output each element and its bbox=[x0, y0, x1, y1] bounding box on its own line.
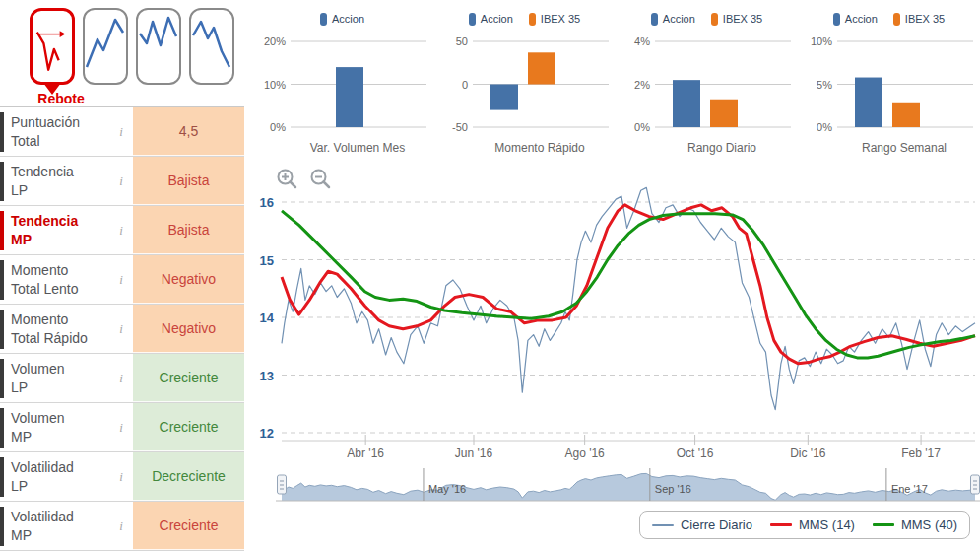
legend-item-cierre-diario[interactable]: Cierre Diario bbox=[652, 517, 752, 532]
indicator-row-left: VolumenMPi bbox=[0, 403, 133, 451]
bar-accion bbox=[490, 85, 518, 110]
pattern-selector: Rebote bbox=[30, 6, 246, 106]
zoom-in-icon bbox=[276, 168, 299, 191]
bar-ibex-35 bbox=[710, 100, 738, 127]
indicator-row-left: VolatilidadMPi bbox=[0, 502, 133, 550]
mini-y-tick: -50 bbox=[452, 121, 468, 133]
pattern-thumb-rebote[interactable] bbox=[30, 8, 75, 85]
legend-label: Accion bbox=[481, 13, 513, 25]
info-icon[interactable]: i bbox=[109, 469, 133, 485]
legend-item-accion[interactable]: Accion bbox=[320, 13, 364, 26]
navigator-left-handle[interactable] bbox=[278, 475, 287, 494]
info-icon[interactable]: i bbox=[109, 371, 133, 386]
indicator-row-left: VolatilidadLPi bbox=[0, 452, 133, 501]
indicator-value: Creciente bbox=[133, 403, 244, 451]
legend-item-mms-14[interactable]: MMS (14) bbox=[770, 517, 855, 532]
mini-chart-rango-diario: AccionIBEX 354%2%0%Rango Diario bbox=[616, 0, 798, 156]
x-axis-tick: Abr '16 bbox=[347, 447, 384, 460]
indicator-label: MomentoTotal Lento bbox=[4, 261, 109, 297]
indicator-row-momento-total-lento[interactable]: MomentoTotal LentoiNegativo bbox=[0, 255, 244, 305]
zoom-out-button[interactable] bbox=[309, 168, 333, 191]
legend-label: Accion bbox=[845, 13, 878, 25]
mini-y-tick: 10% bbox=[264, 79, 286, 91]
mini-y-tick: 20% bbox=[264, 35, 286, 47]
zoom-controls bbox=[276, 168, 333, 191]
indicator-value: Negativo bbox=[133, 305, 244, 353]
mini-y-tick: 5% bbox=[817, 79, 832, 91]
legend-item-accion[interactable]: Accion bbox=[651, 13, 695, 26]
indicator-label: MomentoTotal Rápido bbox=[4, 310, 109, 346]
info-icon[interactable]: i bbox=[109, 272, 133, 288]
mini-chart-title: Var. Volumen Mes bbox=[310, 141, 406, 155]
mini-chart-rango-semanal: AccionIBEX 3510%5%0%Rango Semanal bbox=[798, 0, 980, 156]
legend-label: IBEX 35 bbox=[541, 13, 580, 25]
indicator-row-volumen-mp[interactable]: VolumenMPiCreciente bbox=[0, 403, 244, 452]
bar-ibex-35 bbox=[528, 52, 555, 84]
legend-label: IBEX 35 bbox=[723, 13, 762, 25]
legend-item-mms-40[interactable]: MMS (40) bbox=[873, 517, 957, 532]
y-axis-tick: 13 bbox=[260, 369, 274, 383]
legend-line-swatch bbox=[770, 523, 792, 526]
legend-label: MMS (14) bbox=[799, 517, 855, 532]
price-chart-plot[interactable]: 1615141312Abr '16Jun '16Ago '16Oct '16Di… bbox=[246, 158, 980, 508]
legend-label: MMS (40) bbox=[901, 517, 957, 532]
legend-marker bbox=[893, 13, 900, 26]
indicator-row-momento-total-ra-pido[interactable]: MomentoTotal RápidoiNegativo bbox=[0, 305, 244, 354]
zoom-in-button[interactable] bbox=[276, 168, 299, 191]
indicator-value: Creciente bbox=[133, 502, 244, 550]
uptrend-pattern-icon bbox=[85, 10, 126, 83]
mini-y-tick: 0% bbox=[817, 121, 832, 133]
rebote-pattern-icon bbox=[33, 11, 72, 82]
mini-y-tick: 0% bbox=[270, 121, 286, 133]
indicator-table: PuntuaciónTotali4,5TendenciaLPiBajistaTe… bbox=[0, 106, 244, 551]
indicator-row-puntuacio-n-total[interactable]: PuntuaciónTotali4,5 bbox=[0, 107, 244, 157]
info-icon[interactable]: i bbox=[109, 124, 133, 140]
indicator-value: Bajista bbox=[133, 157, 244, 205]
legend-label: Accion bbox=[332, 13, 364, 25]
indicator-row-volumen-lp[interactable]: VolumenLPiCreciente bbox=[0, 354, 244, 403]
x-axis-tick: Oct '16 bbox=[677, 447, 714, 460]
indicator-row-tendencia-lp[interactable]: TendenciaLPiBajista bbox=[0, 157, 244, 206]
mini-chart-title: Rango Semanal bbox=[862, 141, 947, 155]
zoom-out-icon bbox=[309, 168, 333, 191]
indicator-row-tendencia-mp[interactable]: TendenciaMPiBajista bbox=[0, 206, 244, 255]
navigator-label: Sep '16 bbox=[655, 483, 691, 495]
indicator-row-volatilidad-mp[interactable]: VolatilidadMPiCreciente bbox=[0, 502, 244, 551]
pattern-thumb-3[interactable] bbox=[136, 8, 181, 85]
navigator-right-handle[interactable] bbox=[971, 475, 980, 494]
indicator-label: VolatilidadMP bbox=[4, 508, 109, 543]
mini-chart-plot: 500-50Momento Rápido bbox=[433, 32, 616, 162]
info-icon[interactable]: i bbox=[109, 321, 133, 337]
legend-marker bbox=[320, 13, 327, 26]
legend-item-ibex-35[interactable]: IBEX 35 bbox=[893, 13, 945, 26]
mini-chart-momento-ra-pido: AccionIBEX 35500-50Momento Rápido bbox=[433, 0, 616, 156]
mini-chart-title: Rango Diario bbox=[687, 141, 756, 155]
indicator-row-left: MomentoTotal Rápidoi bbox=[0, 305, 133, 353]
info-icon[interactable]: i bbox=[109, 518, 133, 534]
x-axis-tick: Jun '16 bbox=[455, 447, 493, 460]
mini-chart-title: Momento Rápido bbox=[494, 141, 585, 155]
info-icon[interactable]: i bbox=[109, 173, 133, 189]
stock-analysis-dashboard: Rebote PuntuaciónTotali4,5TendenciaLPiBa… bbox=[0, 0, 980, 551]
legend-marker bbox=[469, 13, 476, 26]
legend-item-ibex-35[interactable]: IBEX 35 bbox=[711, 13, 762, 26]
legend-item-ibex-35[interactable]: IBEX 35 bbox=[529, 13, 580, 26]
indicator-value: Creciente bbox=[133, 354, 244, 402]
pattern-thumb-2[interactable] bbox=[83, 8, 128, 85]
x-axis-tick: Feb '17 bbox=[901, 447, 941, 460]
mini-chart-legend: AccionIBEX 35 bbox=[433, 6, 616, 32]
mini-y-tick: 10% bbox=[811, 35, 832, 47]
pattern-thumb-4[interactable] bbox=[189, 8, 234, 85]
top-pattern-icon bbox=[138, 10, 179, 83]
indicator-row-volatilidad-lp[interactable]: VolatilidadLPiDecreciente bbox=[0, 452, 244, 502]
legend-item-accion[interactable]: Accion bbox=[833, 13, 878, 26]
info-icon[interactable]: i bbox=[109, 420, 133, 436]
price-chart[interactable]: 1615141312Abr '16Jun '16Ago '16Oct '16Di… bbox=[246, 158, 980, 508]
info-icon[interactable]: i bbox=[109, 223, 133, 239]
x-axis-tick: Ago '16 bbox=[564, 447, 605, 460]
legend-item-accion[interactable]: Accion bbox=[469, 13, 513, 26]
indicator-value: Bajista bbox=[133, 206, 244, 254]
mini-y-tick: 0% bbox=[634, 121, 650, 133]
mini-chart-plot: 20%10%0%Var. Volumen Mes bbox=[251, 32, 433, 162]
mini-chart-plot: 4%2%0%Rango Diario bbox=[616, 32, 798, 162]
